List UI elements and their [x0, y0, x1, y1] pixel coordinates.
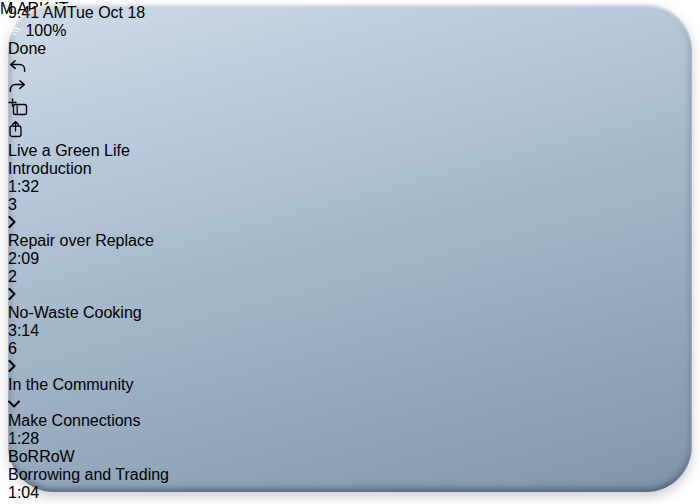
thumbnail-borrow-text: BoRRoW: [8, 448, 75, 465]
item-duration: 1:32: [8, 178, 692, 196]
clip-count-badge: 3: [8, 196, 692, 214]
item-duration: 1:04: [8, 484, 692, 502]
undo-button[interactable]: [8, 58, 692, 78]
section-in-the-community: In the Community Make Connections 1:28 B…: [8, 376, 692, 504]
ipad-device-frame: 9:41 AMTue Oct 18 100% Done Live a Green…: [8, 4, 692, 492]
share-button[interactable]: [8, 120, 692, 142]
add-media-button[interactable]: [8, 98, 692, 120]
clip-count-badge: 6: [8, 340, 692, 358]
item-duration: 1:28: [8, 430, 692, 448]
section-title: In the Community: [8, 376, 692, 394]
status-time-date: 9:41 AMTue Oct 18: [8, 4, 692, 22]
item-title: No-Waste Cooking: [8, 304, 692, 322]
ipad-screen: 9:41 AMTue Oct 18 100% Done Live a Green…: [8, 4, 692, 504]
chevron-down-icon: [8, 394, 692, 412]
status-date: Tue Oct 18: [67, 4, 146, 21]
item-title: Introduction: [8, 160, 692, 178]
thumbnail-borrowing-and-trading: BoRRoW: [8, 448, 692, 466]
done-button[interactable]: Done: [8, 40, 692, 58]
item-duration: 3:14: [8, 322, 692, 340]
redo-button[interactable]: [8, 78, 692, 98]
chevron-right-icon: [8, 286, 692, 304]
chevron-right-icon: [8, 214, 692, 232]
video-item-introduction[interactable]: Introduction 1:32 3: [8, 160, 692, 232]
item-title: Make Connections: [8, 412, 692, 430]
battery-percent: 100%: [25, 22, 66, 39]
video-item-no-waste-cooking-selected[interactable]: No-Waste Cooking 3:14 6: [8, 304, 692, 376]
clip-count-badge: 2: [8, 268, 692, 286]
wifi-icon: [8, 22, 21, 39]
status-right-cluster: 100%: [8, 22, 692, 40]
video-item-make-connections[interactable]: Make Connections 1:28: [8, 412, 692, 448]
section-header-in-the-community[interactable]: In the Community: [8, 376, 692, 412]
section-title-live-a-green-life: Live a Green Life: [8, 142, 692, 160]
item-duration: 2:09: [8, 250, 692, 268]
item-title: Repair over Replace: [8, 232, 692, 250]
screenshot-stage: 9:41 AMTue Oct 18 100% Done Live a Green…: [0, 0, 700, 504]
video-item-borrowing-and-trading[interactable]: BoRRoW Borrowing and Trading 1:04: [8, 448, 692, 502]
status-time: 9:41 AM: [8, 4, 67, 21]
video-item-repair-over-replace[interactable]: Repair over Replace 2:09 2: [8, 232, 692, 304]
item-title: Borrowing and Trading: [8, 466, 692, 484]
chevron-right-icon: [8, 358, 692, 376]
